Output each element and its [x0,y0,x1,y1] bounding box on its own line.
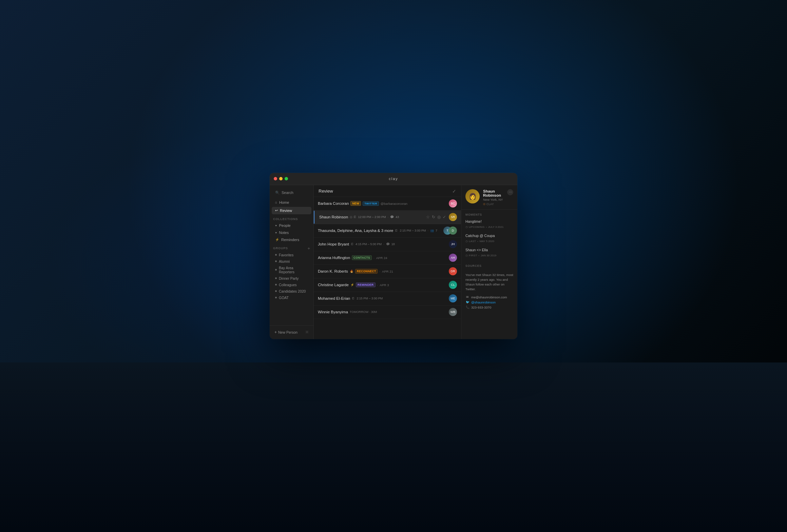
review-item-thasunda[interactable]: Thasunda, Delphine, Ana, Laysha & 3 more… [314,224,461,238]
review-item-daron-content: Daron K. Roberts 🔥 RECONNECT · APR 21 [318,269,446,274]
reminder-icon[interactable]: ◎ [437,215,441,219]
review-label: Review [280,209,292,213]
selected-indicator [314,211,314,224]
daron-sep: · [379,270,380,273]
group-dot [275,277,277,279]
review-item-christine-content: Christine Lagarde ⚡ REMINDER · APR 3 [318,282,446,287]
new-person-label: New Person [278,330,297,334]
close-button[interactable] [274,177,277,180]
profile-source-icon: ◎ [483,202,485,205]
profile-avatar-emoji: 👩 [469,193,476,200]
avatar-winnie: WB [449,308,457,316]
maximize-button[interactable] [285,177,288,180]
profile-location: New York, NY [483,198,513,201]
review-item-christine[interactable]: Christine Lagarde ⚡ REMINDER · APR 3 CL [314,278,461,292]
moment-title-catchup: Catchup @ Coupa [465,234,513,238]
people-icon: ● [275,224,277,227]
moment-clock-icon: ◷ [465,225,468,229]
phone-value: 323-933-3370 [471,306,491,309]
christine-date: APR 3 [380,283,389,287]
traffic-lights [274,177,288,180]
review-item-mohamed[interactable]: Mohamed El-Erian 🗓 2:15 PM – 3:00 PM ME [314,292,461,306]
sidebar-item-reminders[interactable]: ⚡ Reminders [272,236,311,243]
john-msg-icon: 💬 [386,242,390,246]
moment-date-hangtime: JULY 3 2021 [488,225,504,229]
collections-label: COLLECTIONS [270,215,313,222]
contact-phone[interactable]: 📞 323-933-3370 [465,305,513,310]
done-icon[interactable]: ✓ [443,215,446,219]
review-panel-header: Review ✓ [314,185,461,197]
avatar-barbara: BC [449,199,457,208]
review-item-john-name: John Hope Bryant 🗓 4:15 PM – 5:00 PM · 💬… [318,242,446,246]
middle-panel: Review ✓ Barbara Corcoran NEW TWITTER @b… [314,185,461,339]
review-item-daron-name: Daron K. Roberts 🔥 RECONNECT · APR 21 [318,269,446,274]
sources-text: You've met Shaun 32 times, most recently… [465,273,513,292]
review-item-barbara-name: Barbara Corcoran NEW TWITTER @barbaracor… [318,201,446,206]
review-item-daron[interactable]: Daron K. Roberts 🔥 RECONNECT · APR 21 DR [314,265,461,278]
check-all-icon[interactable]: ✓ [452,189,456,194]
title-bar: clay [270,173,517,185]
group-dot [275,269,277,271]
reminders-label: Reminders [281,238,299,242]
notes-icon: ● [275,231,277,234]
review-item-thasunda-content: Thasunda, Delphine, Ana, Laysha & 3 more… [318,229,441,233]
group-item-dinner-party[interactable]: Dinner Party [272,275,311,281]
review-item-winnie-content: Winnie Byanyima TOMORROW · 30M [318,310,446,314]
review-item-barbara-content: Barbara Corcoran NEW TWITTER @barbaracor… [318,201,446,206]
moment-status-hangtime: UPCOMING [469,225,484,229]
moment-meta-ella: ◷ FIRST · JAN 30 2019 [465,253,513,259]
review-panel-title: Review [319,189,333,194]
sources-section: You've met Shaun 32 times, most recently… [461,269,517,313]
add-group-button[interactable]: + [307,246,310,251]
search-button[interactable]: 🔍 Search [272,188,311,198]
sidebar-item-people[interactable]: ● People [272,222,311,229]
review-item-shaun[interactable]: Shaun Robinson ◎ 🗓 12:00 PM – 2:00 PM · … [314,211,461,224]
contact-twitter[interactable]: 🐦 @shaunrobinson [465,300,513,305]
plus-icon: + [274,330,277,335]
moment-item-catchup[interactable]: Catchup @ Coupa ◷ LAST · MAY 5 2020 [461,232,517,247]
review-list: Barbara Corcoran NEW TWITTER @barbaracor… [314,197,461,339]
sidebar-item-home[interactable]: ⌂ Home [272,199,311,206]
group-item-goat[interactable]: GOAT [272,295,311,301]
group-item-favorites[interactable]: Favorites [272,252,311,258]
lightning-icon: ⚡ [350,283,354,287]
badge-contacts: CONTACTS [352,255,372,260]
new-person-button[interactable]: + New Person ⌘ [272,328,311,336]
group-dot [275,290,277,292]
thasunda-sep: · [428,229,429,232]
moment-item-ella[interactable]: Shaun <> Ella ◷ FIRST · JAN 30 2019 [461,247,517,261]
review-item-barbara[interactable]: Barbara Corcoran NEW TWITTER @barbaracor… [314,197,461,211]
group-dot [275,297,277,298]
retweet-icon[interactable]: ↻ [432,215,435,219]
moment-date-ella: JAN 30 2019 [481,254,496,257]
sidebar-item-notes[interactable]: ● Notes [272,229,311,236]
group-item-candidates[interactable]: Candidates 2020 [272,288,311,294]
contact-email[interactable]: ✉ me@shaunrobinson.com [465,295,513,300]
shaun-icon2: 💬 [390,215,394,219]
sidebar-item-review[interactable]: ↩ Review [272,207,311,214]
group-item-bay-area[interactable]: Bay Area Reporters [272,265,311,275]
notes-label: Notes [279,231,289,235]
right-panel: 👩 Shaun Robinson New York, NY ◎ CLAY ⋯ M… [461,185,517,339]
moment-status-ella: FIRST [469,254,477,257]
review-item-arianna[interactable]: Arianna Huffington CONTACTS · APR 24 AH [314,251,461,265]
home-label: Home [279,200,289,204]
review-item-shaun-name: Shaun Robinson ◎ 🗓 12:00 PM – 2:00 PM · … [319,215,423,219]
avatar-christine: CL [449,281,457,289]
john-time: 4:15 PM – 5:00 PM [356,242,382,246]
group-item-colleagues[interactable]: Colleagues [272,282,311,288]
profile-action-button[interactable]: ⋯ [507,189,513,195]
minimize-button[interactable] [279,177,283,180]
review-item-winnie[interactable]: Winnie Byanyima TOMORROW · 30M WB [314,306,461,319]
moment-item-hangtime[interactable]: Hangtime! ◷ UPCOMING · JULY 3 2021 [461,218,517,232]
badge-reminder: REMINDER [356,282,376,287]
review-item-thasunda-name: Thasunda, Delphine, Ana, Laysha & 3 more… [318,229,441,233]
review-item-mohamed-name: Mohamed El-Erian 🗓 2:15 PM – 3:00 PM [318,296,446,300]
review-item-arianna-content: Arianna Huffington CONTACTS · APR 24 [318,255,446,260]
review-item-john[interactable]: John Hope Bryant 🗓 4:15 PM – 5:00 PM · 💬… [314,238,461,251]
star-icon[interactable]: ☆ [426,215,430,219]
mohamed-cal-icon: 🗓 [352,297,355,300]
review-item-winnie-name: Winnie Byanyima TOMORROW · 30M [318,310,446,314]
group-item-alumni[interactable]: Alumni [272,258,311,264]
shaun-count: 43 [396,215,399,219]
